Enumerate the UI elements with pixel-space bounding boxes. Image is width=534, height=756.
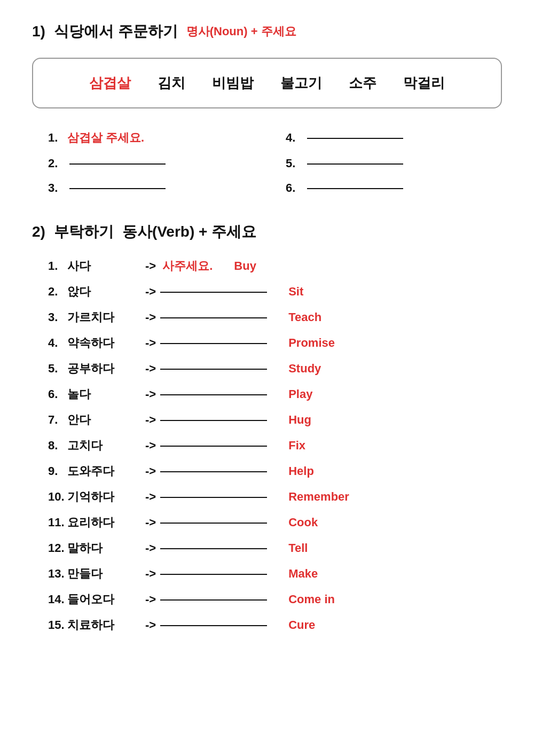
vocab-item: 불고기 xyxy=(280,74,322,92)
verb-english: Fix xyxy=(288,439,352,453)
exercise-number: 4. xyxy=(286,131,301,145)
section1-subtitle: 명사(Noun) + 주세요 xyxy=(186,24,296,40)
verb-number: 11. xyxy=(48,516,67,529)
verb-korean: 앉다 xyxy=(67,284,142,300)
verb-item: 3.가르치다 ->Teach xyxy=(48,309,502,325)
section1: 1) 식당에서 주문하기 명사(Noun) + 주세요 삼겹살김치비빔밥불고기소… xyxy=(32,21,502,195)
exercise-blank xyxy=(69,162,166,165)
section2-subtitle: 동사(Verb) + 주세요 xyxy=(122,222,256,242)
exercise-text: 삼겹살 주세요. xyxy=(67,130,144,146)
verb-number: 1. xyxy=(48,259,67,273)
verb-korean: 가르치다 xyxy=(67,309,142,325)
verb-arrow: -> xyxy=(145,285,156,299)
verb-arrow: -> xyxy=(145,490,156,504)
exercise-item: 4. xyxy=(286,130,502,146)
exercise-blank xyxy=(307,137,403,139)
verb-blank xyxy=(160,573,267,575)
verb-korean: 요리하다 xyxy=(67,515,142,531)
verb-example: 사주세요. xyxy=(162,258,213,274)
verb-number: 5. xyxy=(48,362,67,376)
section2-title-text: 부탁하기 xyxy=(54,222,114,242)
verb-korean: 공부하다 xyxy=(67,361,142,377)
vocab-item: 막걸리 xyxy=(403,74,445,92)
verb-blank xyxy=(160,496,267,498)
verb-arrow: -> xyxy=(145,618,156,632)
verb-korean: 안다 xyxy=(67,412,142,428)
verb-korean: 도와주다 xyxy=(67,463,142,479)
exercise-blank xyxy=(307,187,403,189)
verb-number: 6. xyxy=(48,387,67,401)
verb-english: Hug xyxy=(288,413,352,427)
verb-item: 7.안다 ->Hug xyxy=(48,412,502,428)
verb-number: 13. xyxy=(48,567,67,581)
vocab-item: 비빔밥 xyxy=(212,74,254,92)
verb-blank xyxy=(160,368,267,370)
verb-arrow: -> xyxy=(145,387,156,401)
verb-english: Promise xyxy=(288,336,352,350)
exercise-number: 5. xyxy=(286,157,301,170)
verb-korean: 말하다 xyxy=(67,540,142,556)
verb-blank xyxy=(160,598,267,601)
verb-blank xyxy=(160,470,267,472)
verb-blank xyxy=(160,521,267,524)
verb-english: Remember xyxy=(288,490,352,504)
vocab-item: 김치 xyxy=(158,74,185,92)
verb-arrow: -> xyxy=(145,310,156,324)
verb-item: 13.만들다 ->Make xyxy=(48,566,502,582)
verb-korean: 고치다 xyxy=(67,438,142,454)
exercise-number: 2. xyxy=(48,157,63,170)
section2-number: 2) xyxy=(32,223,45,240)
verb-arrow: -> xyxy=(145,593,156,606)
verb-item: 8.고치다 ->Fix xyxy=(48,438,502,454)
verb-item: 5.공부하다 ->Study xyxy=(48,361,502,377)
verb-blank xyxy=(160,419,267,421)
verb-korean: 기억하다 xyxy=(67,489,142,505)
exercise-blank xyxy=(69,187,166,189)
verb-number: 9. xyxy=(48,464,67,478)
verb-blank xyxy=(160,342,267,344)
verb-item: 4.약속하다 ->Promise xyxy=(48,335,502,351)
verb-blank xyxy=(160,393,267,395)
exercise-item: 1.삼겹살 주세요. xyxy=(48,130,264,146)
verb-english: Sit xyxy=(288,285,352,299)
section1-exercises: 1.삼겹살 주세요.4.2.5.3.6. xyxy=(32,130,502,195)
verb-number: 2. xyxy=(48,285,67,299)
verb-arrow: -> xyxy=(145,336,156,350)
verb-english: Study xyxy=(288,362,352,376)
verb-korean: 만들다 xyxy=(67,566,142,582)
verb-number: 3. xyxy=(48,310,67,324)
verb-korean: 놀다 xyxy=(67,386,142,402)
vocab-item: 삼겹살 xyxy=(89,74,131,92)
verb-arrow: -> xyxy=(145,439,156,453)
verb-korean: 사다 xyxy=(67,258,142,274)
verb-blank xyxy=(160,624,267,626)
exercise-number: 6. xyxy=(286,181,301,195)
verb-number: 8. xyxy=(48,439,67,453)
verb-arrow: -> xyxy=(145,567,156,581)
verb-english: Come in xyxy=(288,593,352,606)
verb-number: 7. xyxy=(48,413,67,427)
verb-number: 4. xyxy=(48,336,67,350)
exercise-number: 3. xyxy=(48,181,63,195)
verb-korean: 들어오다 xyxy=(67,591,142,607)
section2: 2) 부탁하기 동사(Verb) + 주세요 1.사다 ->사주세요.Buy2.… xyxy=(32,222,502,633)
verb-item: 6.놀다 ->Play xyxy=(48,386,502,402)
section1-title-text: 식당에서 주문하기 xyxy=(54,21,178,42)
verb-english: Teach xyxy=(288,310,352,324)
verb-korean: 약속하다 xyxy=(67,335,142,351)
vocab-box: 삼겹살김치비빔밥불고기소주막걸리 xyxy=(32,58,502,108)
section1-number: 1) xyxy=(32,23,45,40)
verb-english: Help xyxy=(288,464,352,478)
verb-item: 11.요리하다 ->Cook xyxy=(48,515,502,531)
verb-blank xyxy=(160,291,267,293)
verb-korean: 치료하다 xyxy=(67,617,142,633)
exercise-blank xyxy=(307,162,403,165)
verb-arrow: -> xyxy=(145,259,156,273)
exercise-item: 5. xyxy=(286,157,502,170)
verb-english: Cure xyxy=(288,618,352,632)
verb-number: 15. xyxy=(48,618,67,632)
section1-title: 1) 식당에서 주문하기 명사(Noun) + 주세요 xyxy=(32,21,502,42)
section2-title: 2) 부탁하기 동사(Verb) + 주세요 xyxy=(32,222,502,242)
verb-arrow: -> xyxy=(145,464,156,478)
verb-item: 2.앉다 ->Sit xyxy=(48,284,502,300)
